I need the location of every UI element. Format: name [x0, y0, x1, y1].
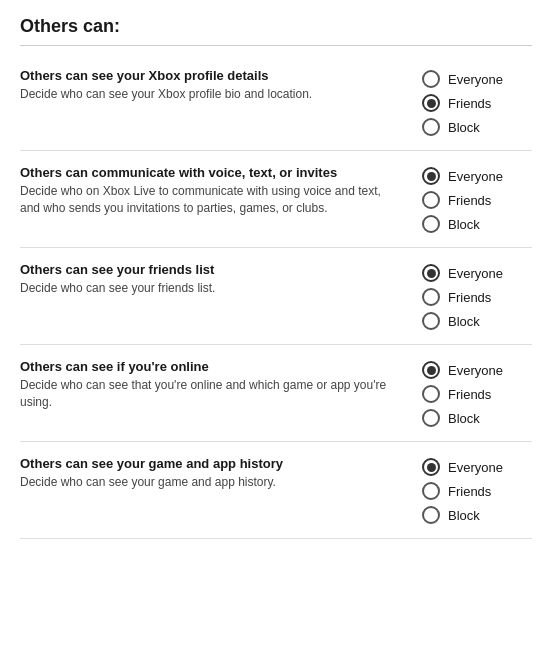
radio-option-friends-list-block[interactable]: Block [422, 312, 532, 330]
radio-option-friends-list-friends[interactable]: Friends [422, 288, 532, 306]
setting-desc-communicate: Decide who on Xbox Live to communicate w… [20, 183, 402, 217]
radio-option-online-status-block[interactable]: Block [422, 409, 532, 427]
radio-circle-communicate-friends [422, 191, 440, 209]
radio-option-online-status-everyone[interactable]: Everyone [422, 361, 532, 379]
radio-label-xbox-profile-everyone: Everyone [448, 72, 503, 87]
radio-circle-online-status-block [422, 409, 440, 427]
setting-info-communicate: Others can communicate with voice, text,… [20, 165, 422, 217]
setting-info-friends-list: Others can see your friends listDecide w… [20, 262, 422, 297]
radio-label-online-status-everyone: Everyone [448, 363, 503, 378]
radio-circle-game-history-everyone [422, 458, 440, 476]
radio-label-game-history-block: Block [448, 508, 480, 523]
settings-list: Others can see your Xbox profile details… [20, 54, 532, 539]
radio-circle-communicate-block [422, 215, 440, 233]
radio-label-game-history-friends: Friends [448, 484, 491, 499]
section-title: Others can: [20, 16, 532, 46]
setting-title-friends-list: Others can see your friends list [20, 262, 402, 277]
radio-label-communicate-everyone: Everyone [448, 169, 503, 184]
radio-circle-xbox-profile-block [422, 118, 440, 136]
radio-circle-game-history-block [422, 506, 440, 524]
radio-group-friends-list: EveryoneFriendsBlock [422, 262, 532, 330]
radio-option-game-history-block[interactable]: Block [422, 506, 532, 524]
setting-desc-xbox-profile: Decide who can see your Xbox profile bio… [20, 86, 402, 103]
setting-info-game-history: Others can see your game and app history… [20, 456, 422, 491]
setting-desc-friends-list: Decide who can see your friends list. [20, 280, 402, 297]
radio-label-friends-list-friends: Friends [448, 290, 491, 305]
radio-option-communicate-friends[interactable]: Friends [422, 191, 532, 209]
setting-row-friends-list: Others can see your friends listDecide w… [20, 248, 532, 345]
radio-circle-friends-list-friends [422, 288, 440, 306]
setting-title-game-history: Others can see your game and app history [20, 456, 402, 471]
radio-circle-communicate-everyone [422, 167, 440, 185]
radio-circle-game-history-friends [422, 482, 440, 500]
radio-group-xbox-profile: EveryoneFriendsBlock [422, 68, 532, 136]
radio-group-communicate: EveryoneFriendsBlock [422, 165, 532, 233]
radio-group-online-status: EveryoneFriendsBlock [422, 359, 532, 427]
radio-label-xbox-profile-block: Block [448, 120, 480, 135]
setting-row-xbox-profile: Others can see your Xbox profile details… [20, 54, 532, 151]
radio-option-xbox-profile-block[interactable]: Block [422, 118, 532, 136]
radio-option-xbox-profile-everyone[interactable]: Everyone [422, 70, 532, 88]
radio-label-friends-list-everyone: Everyone [448, 266, 503, 281]
setting-info-online-status: Others can see if you're onlineDecide wh… [20, 359, 422, 411]
radio-circle-friends-list-everyone [422, 264, 440, 282]
radio-option-xbox-profile-friends[interactable]: Friends [422, 94, 532, 112]
radio-group-game-history: EveryoneFriendsBlock [422, 456, 532, 524]
setting-row-online-status: Others can see if you're onlineDecide wh… [20, 345, 532, 442]
radio-label-xbox-profile-friends: Friends [448, 96, 491, 111]
radio-label-communicate-block: Block [448, 217, 480, 232]
radio-label-online-status-friends: Friends [448, 387, 491, 402]
radio-label-game-history-everyone: Everyone [448, 460, 503, 475]
setting-info-xbox-profile: Others can see your Xbox profile details… [20, 68, 422, 103]
setting-title-communicate: Others can communicate with voice, text,… [20, 165, 402, 180]
radio-label-online-status-block: Block [448, 411, 480, 426]
radio-circle-online-status-friends [422, 385, 440, 403]
setting-title-xbox-profile: Others can see your Xbox profile details [20, 68, 402, 83]
radio-circle-xbox-profile-everyone [422, 70, 440, 88]
setting-title-online-status: Others can see if you're online [20, 359, 402, 374]
radio-option-game-history-friends[interactable]: Friends [422, 482, 532, 500]
setting-desc-game-history: Decide who can see your game and app his… [20, 474, 402, 491]
setting-row-communicate: Others can communicate with voice, text,… [20, 151, 532, 248]
radio-option-friends-list-everyone[interactable]: Everyone [422, 264, 532, 282]
radio-option-communicate-everyone[interactable]: Everyone [422, 167, 532, 185]
radio-circle-xbox-profile-friends [422, 94, 440, 112]
radio-label-communicate-friends: Friends [448, 193, 491, 208]
radio-option-online-status-friends[interactable]: Friends [422, 385, 532, 403]
radio-option-game-history-everyone[interactable]: Everyone [422, 458, 532, 476]
main-container: Others can: Others can see your Xbox pro… [0, 0, 552, 555]
radio-label-friends-list-block: Block [448, 314, 480, 329]
setting-row-game-history: Others can see your game and app history… [20, 442, 532, 539]
radio-circle-friends-list-block [422, 312, 440, 330]
radio-circle-online-status-everyone [422, 361, 440, 379]
radio-option-communicate-block[interactable]: Block [422, 215, 532, 233]
setting-desc-online-status: Decide who can see that you're online an… [20, 377, 402, 411]
